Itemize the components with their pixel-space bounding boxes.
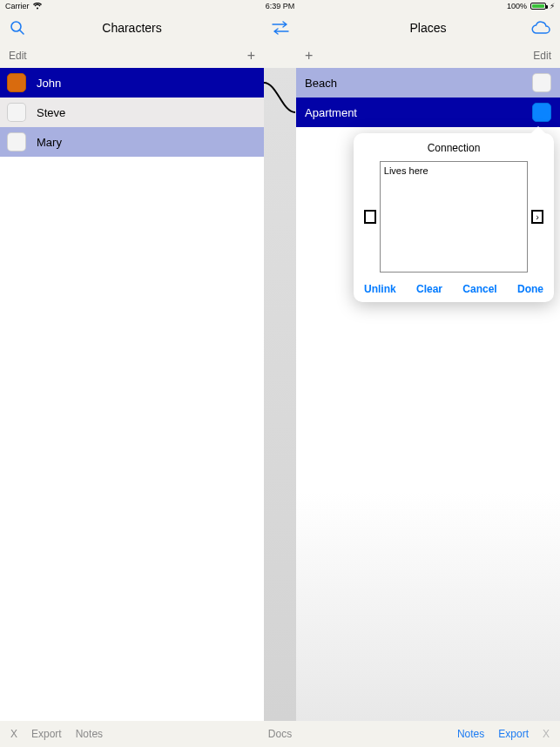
item-label: Steve (37, 106, 65, 119)
color-swatch (7, 103, 26, 122)
right-add-button[interactable]: + (305, 48, 313, 64)
svg-line-1 (20, 30, 24, 35)
cloud-icon[interactable] (530, 20, 551, 36)
prev-connection-button[interactable] (364, 210, 376, 224)
item-label: Mary (37, 136, 62, 149)
list-item[interactable]: Beach (296, 68, 560, 98)
pane-divider[interactable] (264, 68, 296, 721)
connection-text-input[interactable] (380, 161, 528, 273)
left-add-button[interactable]: + (247, 48, 255, 64)
left-export-button[interactable]: Export (31, 728, 62, 740)
carrier-label: Carrier (5, 2, 30, 10)
left-notes-button[interactable]: Notes (76, 728, 103, 740)
clock-label: 6:39 PM (266, 2, 295, 10)
popover-title: Connection (364, 142, 543, 154)
right-export-button[interactable]: Export (498, 728, 529, 740)
clear-button[interactable]: Clear (416, 283, 442, 295)
edit-toolbar: Edit + + Edit (0, 44, 560, 68)
cancel-button[interactable]: Cancel (462, 283, 496, 295)
left-edit-button[interactable]: Edit (9, 50, 27, 62)
header: Characters Places (0, 12, 560, 44)
unlink-button[interactable]: Unlink (364, 283, 396, 295)
list-item[interactable]: Mary (0, 127, 264, 157)
charging-icon: ⚡︎ (550, 2, 555, 10)
item-label: Beach (305, 77, 337, 90)
color-swatch (7, 73, 26, 92)
item-label: Apartment (305, 106, 357, 119)
right-pane-title: Places (409, 21, 446, 35)
search-icon[interactable] (9, 19, 26, 37)
left-pane-title: Characters (102, 21, 161, 35)
wifi-icon (33, 3, 42, 10)
done-button[interactable]: Done (517, 283, 543, 295)
docs-button[interactable]: Docs (268, 728, 292, 740)
left-close-button[interactable]: X (10, 728, 17, 740)
battery-icon (530, 3, 546, 10)
right-notes-button[interactable]: Notes (457, 728, 484, 740)
status-bar: Carrier 6:39 PM 100% ⚡︎ (0, 0, 560, 12)
color-swatch (532, 73, 551, 92)
item-label: John (37, 77, 61, 90)
list-item[interactable]: Steve (0, 98, 264, 127)
swap-icon[interactable] (270, 20, 291, 36)
connection-popover: Connection › Unlink Clear Cancel Done (354, 133, 554, 302)
list-item[interactable]: John (0, 68, 264, 98)
bottom-bar: X Export Notes Docs Notes Export X (0, 721, 560, 747)
left-pane: John Steve Mary (0, 68, 264, 721)
color-swatch (532, 103, 551, 122)
next-connection-button[interactable]: › (531, 210, 543, 224)
battery-label: 100% (507, 2, 527, 10)
color-swatch (7, 132, 26, 151)
right-close-button[interactable]: X (543, 728, 550, 740)
list-item[interactable]: Apartment (296, 98, 560, 127)
right-edit-button[interactable]: Edit (533, 50, 551, 62)
